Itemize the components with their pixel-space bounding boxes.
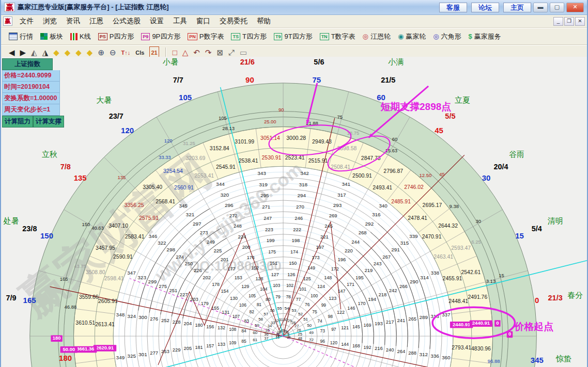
toolbar-button-江恩轮[interactable]: ◎江恩轮 [359, 32, 394, 41]
wheel-number: 3000.28 [286, 135, 306, 141]
wheel-number: 295 [260, 193, 269, 198]
date-label: 7/8 [60, 163, 71, 171]
maximize-button[interactable]: ▢ [550, 3, 564, 12]
wheel-number: 274 [176, 254, 184, 260]
wheel-number: 90 [278, 107, 284, 113]
forum-button[interactable]: 论坛 [471, 3, 499, 12]
wheel-number: 60 [392, 136, 398, 142]
wheel-number: 73 [320, 328, 325, 333]
wheel-number: 321 [186, 212, 195, 217]
wheel-number: 320 [221, 192, 229, 198]
menu-文件[interactable]: 文件 [15, 15, 38, 27]
wheel-number: 2485.91 [391, 199, 411, 204]
mdi-minimize-button[interactable]: _ [553, 17, 563, 26]
solar-term-label: 惊蛰 [555, 354, 571, 363]
toolbar-button-P四方形[interactable]: PSP四方形 [95, 32, 138, 41]
wheel-number: 2542.61 [461, 269, 481, 275]
toolbar-button-T数字表[interactable]: TNT数字表 [316, 32, 359, 41]
wheel-number: 299 [148, 279, 157, 284]
wheel-number: 77 [296, 297, 301, 302]
toolbar-button-K线[interactable]: K线 [67, 32, 95, 41]
wheel-number: 2470.91 [422, 234, 442, 240]
wheel-number: 322 [158, 240, 166, 246]
wheel-number: 3254.54 [163, 168, 183, 174]
wheel-number: 52 [298, 312, 303, 316]
calc-resistance-button[interactable]: 计算阻力 [2, 116, 33, 127]
wheel-number: 276 [150, 316, 158, 322]
solar-term-label: 谷雨 [509, 150, 524, 158]
wheel-number: 227 [180, 292, 188, 297]
wheel-number: 3407.10 [109, 223, 128, 229]
wheel-number: 132 [218, 325, 225, 330]
minimize-button[interactable]: ▬ [533, 3, 548, 12]
customer-service-button[interactable]: 客服 [439, 3, 467, 12]
time-field: 时间=20190104 [2, 82, 60, 93]
wheel-number: 152 [251, 265, 259, 270]
app-logo-icon: 赢 [4, 3, 15, 12]
wheel-number: 133 [218, 342, 225, 347]
solar-term-label: 处暑 [4, 216, 19, 225]
menu-工具[interactable]: 工具 [168, 15, 192, 27]
wheel-number: 28 [291, 321, 296, 325]
wheel-number: 3203.69 [185, 155, 205, 161]
toolbar-button-六角形[interactable]: ◎六角形 [429, 32, 465, 41]
wheel-number: 180 [195, 323, 203, 328]
wheel-number: 360 [442, 355, 451, 360]
toolbar-button-T四方形[interactable]: TST四方形 [227, 32, 270, 41]
wheel-number: 203 [190, 296, 198, 302]
degree-label: 60 [377, 93, 385, 102]
wheel-number: 83 [244, 318, 249, 324]
close-button[interactable]: ✕ [566, 3, 584, 12]
wheel-number: 100 [311, 293, 318, 298]
toolbar-button-板块[interactable]: 板块 [37, 32, 67, 41]
menu-设置[interactable]: 设置 [145, 15, 168, 27]
menu-公式选股[interactable]: 公式选股 [108, 15, 145, 27]
menu-资讯[interactable]: 资讯 [61, 15, 85, 27]
wheel-number: 325 [127, 353, 136, 359]
wheel-number: 220 [345, 248, 353, 253]
menu-帮助[interactable]: 帮助 [252, 15, 275, 27]
menu-江恩[interactable]: 江恩 [85, 15, 108, 27]
wheel-number: 315 [400, 240, 409, 246]
toolbar-button-赢家服务[interactable]: $赢家服务 [465, 32, 505, 41]
toolbar-label: T四方形 [242, 32, 267, 41]
wheel-number: 74 [317, 318, 322, 324]
wheel-number: 312 [419, 352, 428, 357]
wheel-number: 318 [299, 182, 307, 187]
toolbar-button-赢家轮[interactable]: ◉赢家轮 [394, 32, 429, 41]
wheel-number: 298 [166, 247, 175, 252]
menu-窗口[interactable]: 窗口 [192, 15, 215, 27]
mdi-restore-button[interactable]: ❐ [564, 17, 574, 26]
wheel-number: 198 [292, 237, 300, 243]
mdi-close-button[interactable]: ✕ [575, 17, 585, 26]
toolbar-button-9P四方形[interactable]: P99P四方形 [137, 32, 184, 41]
degree-label: 90 [245, 75, 254, 84]
toolbar-button-P数字表[interactable]: PNP数字表 [184, 32, 227, 41]
toolbar-button-9T四方形[interactable]: T99T四方形 [270, 32, 316, 41]
badge-icon-T9: T9 [274, 33, 283, 40]
degree-label: 180 [59, 354, 72, 362]
wheel-number: 340 [379, 203, 388, 209]
wheel-number: 2796.87 [383, 168, 403, 174]
date-label: 23/8 [22, 225, 37, 233]
wheel-number: 170 [358, 301, 366, 306]
wheel-number: 247 [264, 215, 272, 221]
wheel-number: 25 [298, 332, 302, 337]
calc-support-button[interactable]: 计算支撑 [33, 116, 64, 127]
menu-浏览[interactable]: 浏览 [38, 15, 61, 27]
homepage-button[interactable]: 主页 [503, 3, 531, 12]
wheel-number: 2746.02 [404, 184, 424, 190]
wheel-number: 2793.41 [452, 345, 471, 350]
wheel-number: 131 [222, 310, 229, 315]
toolbar-button-行情[interactable]: 行情 [5, 32, 37, 41]
wheel-number: 228 [173, 319, 181, 325]
wheel-number: 25.00 [264, 119, 276, 124]
wheel-number: 75 [337, 114, 343, 120]
highlighted-cell: 180 [53, 335, 61, 341]
wheel-number: 178 [212, 282, 220, 287]
wheel-number: 343 [257, 170, 266, 176]
menu-交易委托[interactable]: 交易委托 [215, 15, 252, 27]
wheel-number: 294 [298, 193, 306, 198]
wheel-number: 126 [287, 272, 295, 277]
wheel-number: 2455.91 [443, 276, 462, 281]
